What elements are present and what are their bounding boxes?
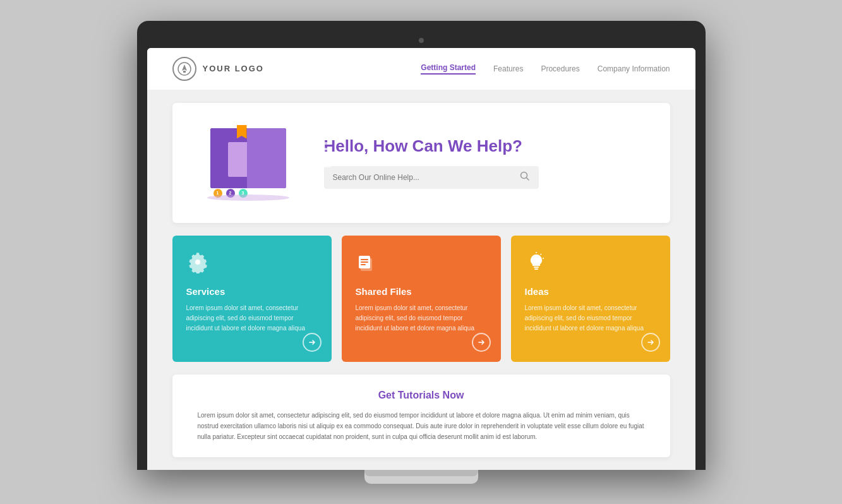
book-line-1 [299,142,331,145]
services-card[interactable]: Services Lorem ipsum dolor sit amet, con… [172,236,332,362]
svg-line-13 [540,254,541,255]
svg-rect-11 [534,268,538,270]
search-input[interactable] [333,173,520,182]
nav-features[interactable]: Features [493,64,523,73]
services-text: Lorem ipsum dolor sit amet, consectetur … [186,303,318,333]
ideas-arrow[interactable] [641,333,660,352]
website-content: YOUR LOGO Getting Started Features Proce… [147,48,695,470]
svg-rect-8 [361,261,368,263]
site-header: YOUR LOGO Getting Started Features Proce… [147,48,695,90]
svg-line-4 [526,178,529,181]
tutorial-section: Get Tutorials Now Lorem ipsum dolor sit … [172,375,670,457]
book-line-4 [299,159,331,162]
main-content: 1 2 3 Hello, How Can We Help? [147,90,695,470]
laptop-camera-bar [147,31,695,48]
shared-files-text: Lorem ipsum dolor sit amet, consectetur … [356,303,487,333]
search-container[interactable] [324,166,539,189]
logo-text: YOUR LOGO [203,64,264,73]
shared-files-title: Shared Files [356,286,487,297]
book-line-3 [299,153,331,156]
main-nav: Getting Started Features Procedures Comp… [421,63,670,75]
hero-text-area: Hello, How Can We Help? [324,136,645,189]
bulb-icon [525,251,656,279]
svg-rect-2 [183,71,186,73]
camera-dot [419,38,424,43]
search-icon [520,171,530,184]
tutorial-text: Lorem ipsum dolor sit amet, consectetur … [198,410,645,442]
logo-area: YOUR LOGO [172,57,264,81]
hero-illustration: 1 2 3 [198,122,299,204]
nav-getting-started[interactable]: Getting Started [421,63,476,75]
nav-procedures[interactable]: Procedures [541,64,579,73]
laptop-wrapper: YOUR LOGO Getting Started Features Proce… [137,21,706,484]
book-left [210,128,247,188]
svg-rect-7 [361,259,368,260]
services-title: Services [186,286,318,297]
ideas-title: Ideas [525,286,656,297]
ideas-text: Lorem ipsum dolor sit amet, consectetur … [525,303,656,333]
book-lines [299,142,331,171]
shared-files-card[interactable]: Shared Files Lorem ipsum dolor sit amet,… [342,236,501,362]
svg-rect-10 [534,267,539,268]
book-line-5 [299,165,331,167]
hero-section: 1 2 3 Hello, How Can We Help? [172,103,670,223]
laptop-body: YOUR LOGO Getting Started Features Proce… [137,21,706,470]
hero-title: Hello, How Can We Help? [324,136,645,156]
gear-icon [186,251,318,279]
feature-cards-row: Services Lorem ipsum dolor sit amet, con… [172,236,670,362]
book-right [247,128,286,188]
book-shadow [207,195,289,201]
files-icon [356,251,487,279]
nav-company-info[interactable]: Company Information [598,64,670,73]
ideas-card[interactable]: Ideas Lorem ipsum dolor sit amet, consec… [511,236,670,362]
tutorial-title: Get Tutorials Now [198,390,645,401]
svg-marker-1 [182,64,187,71]
services-arrow[interactable] [303,333,322,352]
laptop-screen: YOUR LOGO Getting Started Features Proce… [147,48,695,470]
laptop-base [364,470,478,484]
logo-icon [172,57,196,81]
book-line-2 [299,148,331,150]
svg-rect-9 [361,264,366,265]
shared-files-arrow[interactable] [472,333,491,352]
